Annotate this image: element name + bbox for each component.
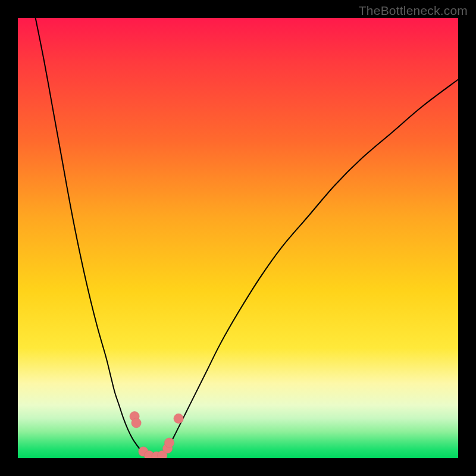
data-marker — [174, 414, 183, 423]
watermark-text: TheBottleneck.com — [359, 4, 468, 18]
curve-left-branch — [36, 18, 146, 455]
chart-frame: TheBottleneck.com — [0, 0, 476, 476]
curve-right-branch — [163, 80, 458, 455]
plot-area — [18, 18, 458, 458]
data-marker — [131, 418, 141, 428]
data-marker — [164, 438, 174, 447]
curve-layer — [18, 18, 458, 458]
